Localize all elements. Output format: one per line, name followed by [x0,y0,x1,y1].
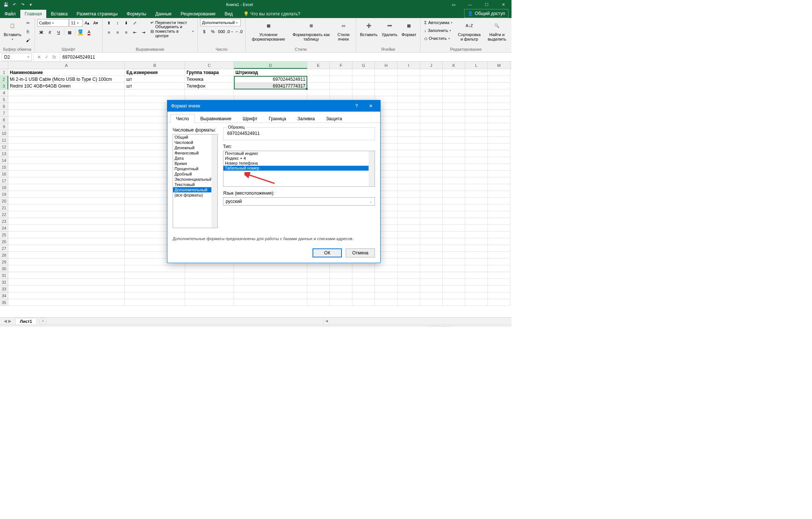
cell[interactable] [420,76,443,83]
cell[interactable] [234,286,307,292]
cell[interactable] [352,292,375,299]
align-right-button[interactable]: ≡ [122,28,131,36]
cell[interactable] [352,83,375,89]
cell[interactable] [8,259,125,265]
cell[interactable] [8,89,125,96]
cell[interactable] [8,144,125,150]
fill-color-button[interactable]: 🪣 [76,28,85,36]
cell[interactable] [125,279,185,286]
cell[interactable] [488,211,510,218]
cell[interactable] [443,299,465,306]
cell[interactable] [465,279,488,286]
cell[interactable] [443,117,465,123]
row-header[interactable]: 11 [0,137,8,144]
cell[interactable] [8,245,125,252]
cell[interactable] [488,279,510,286]
cell[interactable] [420,232,443,238]
cell[interactable] [488,69,510,76]
cell[interactable] [443,292,465,299]
cell[interactable] [465,184,488,191]
cell[interactable] [420,96,443,103]
cell[interactable] [307,69,330,76]
cell[interactable]: Ед.измерения [125,69,185,76]
cell[interactable] [398,198,420,204]
align-bottom-button[interactable]: ⬇ [122,19,131,27]
cell[interactable] [398,292,420,299]
tab-insert[interactable]: Вставка [46,10,72,18]
bold-button[interactable]: Ж [37,28,46,36]
cell[interactable] [307,279,330,286]
locale-dropdown[interactable]: русский⌄ [223,197,375,206]
cell[interactable] [488,123,510,130]
cell[interactable] [443,238,465,245]
row-header[interactable]: 18 [0,184,8,191]
cell[interactable] [420,137,443,144]
format-as-table-button[interactable]: ⊞Форматировать как таблицу [290,19,332,42]
cell[interactable] [488,164,510,171]
cell[interactable] [398,164,420,171]
ok-button[interactable]: ОК [313,248,342,257]
cell[interactable] [398,171,420,177]
cell[interactable] [234,299,307,306]
increase-decimal-button[interactable]: .0→ [226,27,234,36]
row-header[interactable]: 22 [0,211,8,218]
cancel-button[interactable]: Отмена [346,248,375,257]
sheet-nav-prev-icon[interactable]: ◀ [4,319,7,324]
cell[interactable] [8,211,125,218]
cell[interactable] [488,76,510,83]
row-header[interactable]: 24 [0,225,8,232]
cell[interactable] [488,232,510,238]
cell[interactable] [465,204,488,211]
row-header[interactable]: 2 [0,76,8,83]
cell[interactable] [8,265,125,272]
category-item[interactable]: (все форматы) [173,192,217,198]
cell[interactable] [330,89,352,96]
cell[interactable] [488,110,510,117]
format-painter-button[interactable]: 🖌 [24,36,32,44]
cell[interactable] [420,103,443,110]
cell[interactable] [8,299,125,306]
dialog-tab-font[interactable]: Шрифт [237,114,263,123]
cell[interactable] [488,177,510,184]
cell[interactable] [488,286,510,292]
cell[interactable] [465,252,488,259]
normal-view-button[interactable] [428,326,436,327]
cell[interactable] [420,123,443,130]
row-header[interactable]: 23 [0,218,8,225]
delete-cells-button[interactable]: ➖Удалить [380,19,399,38]
cell[interactable] [443,123,465,130]
row-header[interactable]: 21 [0,204,8,211]
cell[interactable] [8,164,125,171]
enter-formula-icon[interactable]: ✓ [43,54,50,60]
cell[interactable] [420,89,443,96]
insert-cells-button[interactable]: ➕Вставить [358,19,379,38]
cell[interactable] [443,198,465,204]
column-header[interactable]: J [420,62,443,69]
cell[interactable] [375,272,398,279]
dialog-tab-fill[interactable]: Заливка [292,114,320,123]
cell[interactable] [488,218,510,225]
dialog-tab-protection[interactable]: Защита [320,114,348,123]
cell[interactable] [398,299,420,306]
cell[interactable] [465,292,488,299]
cell[interactable] [8,130,125,137]
cell[interactable] [465,286,488,292]
row-header[interactable]: 7 [0,110,8,117]
cell[interactable] [307,299,330,306]
zoom-out-icon[interactable]: − [456,327,458,327]
copy-button[interactable]: ⎘ [24,27,32,36]
cell[interactable] [488,117,510,123]
cell[interactable] [8,184,125,191]
cell[interactable] [398,144,420,150]
column-header[interactable]: D [234,62,307,69]
cell[interactable] [420,279,443,286]
cell[interactable] [488,157,510,164]
cell[interactable] [398,191,420,198]
cell[interactable] [443,218,465,225]
row-header[interactable]: 35 [0,299,8,306]
cancel-formula-icon[interactable]: ✕ [36,54,42,60]
cell[interactable] [420,198,443,204]
cell[interactable] [443,89,465,96]
row-header[interactable]: 16 [0,171,8,177]
cell[interactable] [8,279,125,286]
